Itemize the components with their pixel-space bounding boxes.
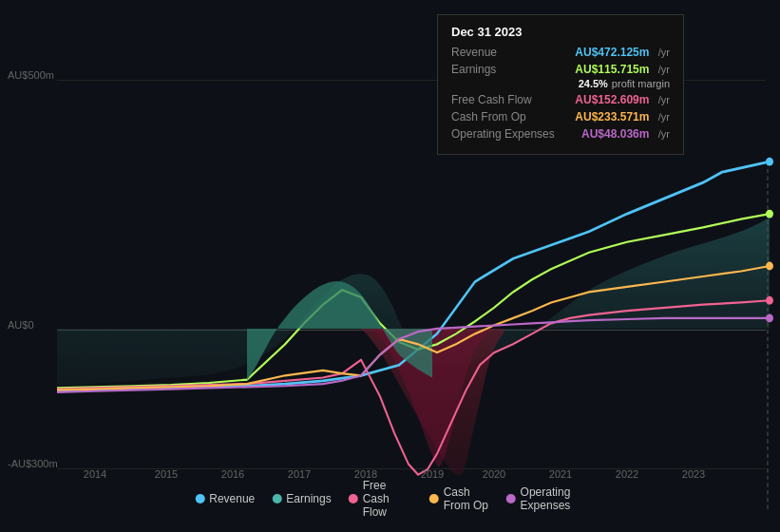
tooltip-profit-label: profit margin bbox=[612, 78, 670, 89]
x-label-2022: 2022 bbox=[616, 468, 638, 480]
tooltip-cashop-label: Cash From Op bbox=[451, 110, 526, 124]
svg-point-4 bbox=[766, 262, 773, 271]
legend-earnings-dot bbox=[272, 494, 281, 504]
legend-fcf[interactable]: Free Cash Flow bbox=[349, 479, 412, 519]
tooltip-profit-margin-row: 24.5% profit margin bbox=[451, 78, 670, 89]
tooltip-cashop-value: AU$233.571m bbox=[575, 110, 649, 124]
tooltip-revenue-value: AU$472.125m bbox=[575, 46, 649, 59]
tooltip-earnings-row: Earnings AU$115.715m /yr bbox=[451, 63, 670, 76]
tooltip-revenue-row: Revenue AU$472.125m /yr bbox=[451, 46, 670, 59]
tooltip-opex-row: Operating Expenses AU$48.036m /yr bbox=[451, 127, 670, 141]
legend-opex-dot bbox=[506, 494, 516, 504]
tooltip-fcf-value: AU$152.609m bbox=[575, 93, 649, 106]
legend-fcf-label: Free Cash Flow bbox=[363, 479, 412, 519]
x-label-2015: 2015 bbox=[155, 468, 178, 480]
tooltip-earnings-value: AU$115.715m bbox=[575, 63, 649, 76]
tooltip-revenue-unit: /yr bbox=[658, 47, 670, 58]
legend-fcf-dot bbox=[349, 494, 358, 504]
legend-cashop-dot bbox=[429, 494, 439, 504]
svg-point-3 bbox=[766, 296, 773, 305]
legend-cashop[interactable]: Cash From Op bbox=[429, 485, 489, 512]
tooltip-profit-pct: 24.5% bbox=[579, 78, 608, 89]
tooltip-cashop-row: Cash From Op AU$233.571m /yr bbox=[451, 110, 670, 124]
tooltip-date: Dec 31 2023 bbox=[451, 25, 670, 39]
tooltip-cashop-unit: /yr bbox=[658, 111, 670, 123]
svg-point-1 bbox=[766, 158, 773, 166]
tooltip-fcf-label: Free Cash Flow bbox=[451, 93, 532, 106]
legend-earnings-label: Earnings bbox=[286, 492, 331, 505]
tooltip-opex-value: AU$48.036m bbox=[581, 127, 649, 141]
tooltip-opex-label: Operating Expenses bbox=[451, 127, 555, 141]
tooltip-opex-unit: /yr bbox=[658, 128, 670, 140]
svg-point-5 bbox=[766, 314, 773, 323]
legend-revenue-label: Revenue bbox=[209, 492, 255, 505]
chart-legend: Revenue Earnings Free Cash Flow Cash Fro… bbox=[195, 479, 585, 519]
tooltip: Dec 31 2023 Revenue AU$472.125m /yr Earn… bbox=[437, 14, 684, 155]
tooltip-fcf-row: Free Cash Flow AU$152.609m /yr bbox=[451, 93, 670, 106]
legend-earnings[interactable]: Earnings bbox=[272, 492, 331, 505]
legend-revenue[interactable]: Revenue bbox=[195, 492, 255, 505]
legend-opex[interactable]: Operating Expenses bbox=[506, 485, 585, 512]
x-label-2023: 2023 bbox=[682, 468, 705, 480]
tooltip-earnings-label: Earnings bbox=[451, 63, 496, 76]
x-label-2014: 2014 bbox=[84, 468, 106, 480]
tooltip-revenue-label: Revenue bbox=[451, 46, 497, 59]
legend-opex-label: Operating Expenses bbox=[521, 485, 585, 512]
tooltip-fcf-unit: /yr bbox=[658, 94, 670, 105]
tooltip-earnings-unit: /yr bbox=[658, 64, 670, 75]
svg-point-2 bbox=[766, 210, 773, 218]
chart-container: AU$500m AU$0 -AU$300m bbox=[0, 0, 780, 532]
legend-revenue-dot bbox=[195, 494, 204, 504]
legend-cashop-label: Cash From Op bbox=[444, 485, 489, 512]
